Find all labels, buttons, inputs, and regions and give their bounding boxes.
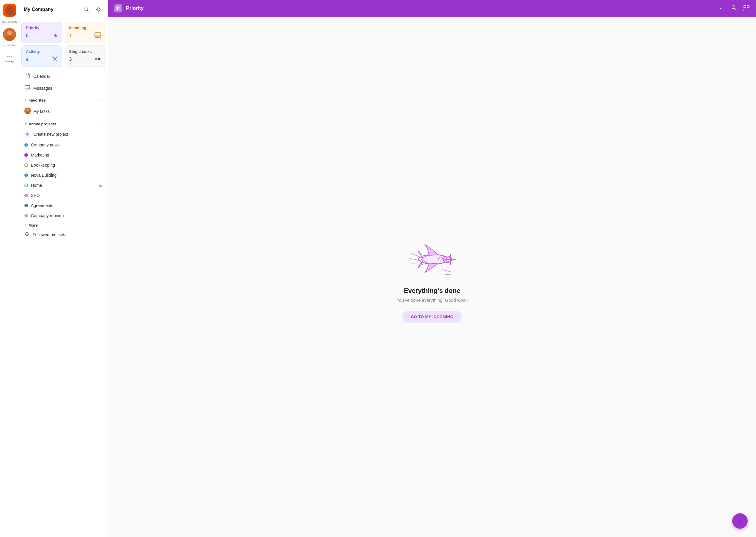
- active-projects-section-label: Active projects: [28, 122, 56, 126]
- svg-point-39: [438, 257, 442, 260]
- project-marketing[interactable]: Marketing: [22, 150, 106, 160]
- main-header-logo: P: [114, 4, 122, 13]
- single-tasks-dots-icon: [95, 56, 101, 62]
- svg-rect-26: [747, 6, 749, 8]
- main-sidebar: My Company Priority 0: [19, 0, 108, 537]
- priority-card-count: 0: [26, 33, 28, 38]
- search-button[interactable]: [82, 5, 91, 14]
- fab-plus-icon: +: [737, 516, 742, 526]
- single-tasks-card-label: Single tasks: [69, 49, 101, 54]
- single-tasks-card-count: 3: [69, 57, 72, 62]
- calendar-icon: [24, 73, 30, 80]
- manage-dots-icon: ⋯: [7, 53, 12, 60]
- marketing-dot: [24, 153, 28, 157]
- svg-point-3: [7, 31, 12, 35]
- more-section-header[interactable]: ▼ More: [22, 221, 106, 229]
- active-projects-title-group: ▼ Active projects: [24, 122, 56, 126]
- messages-nav-item[interactable]: Messages: [22, 82, 106, 94]
- incoming-inbox-icon: [95, 32, 101, 39]
- more-section-title-group: ▼ More: [24, 223, 38, 227]
- company-news-dot: [24, 143, 28, 147]
- svg-point-20: [26, 233, 28, 235]
- project-home[interactable]: Home 🔒: [22, 180, 106, 190]
- nozbe-label: My Nozbe: [3, 44, 16, 47]
- my-tasks-item[interactable]: My tasks: [22, 105, 106, 118]
- seo-label: SEO: [31, 193, 103, 198]
- activity-card-count: 4: [26, 57, 28, 62]
- sidebar-title: My Company: [24, 7, 54, 12]
- project-seo[interactable]: SEO: [22, 190, 106, 200]
- more-section-label: More: [28, 223, 38, 227]
- followed-projects-item[interactable]: Followed projects: [22, 229, 106, 241]
- company-name-label: My Company: [1, 20, 17, 23]
- priority-star-icon: ★: [53, 32, 58, 39]
- active-projects-section-header[interactable]: ▼ Active projects ···: [22, 118, 106, 129]
- company-reunion-dot: [24, 214, 28, 218]
- favorites-section-header[interactable]: ▼ Favorites ···: [22, 94, 106, 105]
- seo-dot: [24, 194, 28, 197]
- favorites-more-button[interactable]: ···: [95, 97, 103, 103]
- project-agreements[interactable]: Agreements: [22, 200, 106, 211]
- main-body: Everything's done You've done everything…: [108, 17, 756, 537]
- svg-line-24: [734, 8, 736, 10]
- single-tasks-card-footer: 3: [69, 56, 101, 62]
- project-nova-building[interactable]: Nova Building: [22, 170, 106, 180]
- sidebar-content: Priority 0 ★ Incoming 7: [19, 18, 108, 537]
- main-header: P Priority ···: [108, 0, 756, 17]
- svg-line-32: [444, 274, 453, 275]
- svg-text:🐾: 🐾: [6, 7, 13, 13]
- followed-projects-icon: [24, 231, 30, 238]
- followed-projects-label: Followed projects: [33, 232, 65, 237]
- create-project-plus-icon: +: [24, 131, 30, 137]
- svg-point-9: [54, 58, 56, 60]
- nova-building-dot: [24, 174, 28, 177]
- create-project-item[interactable]: + Create new project: [22, 129, 106, 140]
- svg-line-31: [442, 270, 451, 272]
- priority-card-footer: 0 ★: [26, 32, 58, 39]
- company-logo[interactable]: 🐾: [3, 4, 16, 17]
- favorites-section-label: Favorites: [28, 98, 46, 103]
- priority-card[interactable]: Priority 0 ★: [22, 22, 63, 43]
- project-company-reunion[interactable]: Company reunion: [22, 211, 106, 221]
- project-company-news[interactable]: Company news: [22, 140, 106, 150]
- incoming-card[interactable]: Incoming 7: [65, 22, 106, 43]
- main-content: P Priority ···: [108, 0, 756, 537]
- more-chevron-icon: ▼: [24, 224, 27, 227]
- active-projects-more-button[interactable]: ···: [95, 120, 103, 127]
- settings-button[interactable]: [94, 5, 103, 14]
- empty-state-subtitle: You've done everything. Good work!: [396, 298, 468, 303]
- view-toggle-icon[interactable]: [743, 5, 750, 12]
- project-bookkeeping[interactable]: Bookkeeping: [22, 160, 106, 170]
- svg-line-6: [87, 10, 88, 11]
- svg-point-7: [98, 9, 99, 10]
- messages-icon: [24, 85, 30, 92]
- go-to-incoming-button[interactable]: GO TO MY INCOMING: [402, 311, 462, 322]
- manage-item[interactable]: ⋯ Manage: [3, 52, 16, 64]
- fab-add-button[interactable]: +: [732, 513, 748, 529]
- incoming-card-label: Incoming: [69, 25, 101, 30]
- svg-rect-27: [744, 9, 746, 11]
- main-header-more-button[interactable]: ···: [716, 4, 725, 13]
- activity-card-label: Activity: [26, 49, 58, 54]
- svg-point-11: [98, 58, 101, 60]
- active-projects-chevron-icon: ▼: [24, 122, 27, 126]
- home-lock-icon: 🔒: [98, 184, 103, 187]
- activity-card[interactable]: Activity 4: [22, 45, 63, 67]
- favorites-section-title-group: ▼ Favorites: [24, 98, 46, 103]
- svg-rect-25: [744, 6, 746, 8]
- icon-sidebar: 🐾 My Company My Nozbe ⋯ Manage: [0, 0, 19, 537]
- empty-state-title: Everything's done: [404, 287, 460, 295]
- calendar-nav-item[interactable]: Calendar: [22, 70, 106, 82]
- svg-point-10: [95, 58, 98, 60]
- calendar-label: Calendar: [33, 74, 50, 79]
- main-header-search-button[interactable]: [729, 4, 739, 13]
- home-dot: [24, 184, 28, 187]
- cards-grid: Priority 0 ★ Incoming 7: [22, 22, 106, 67]
- nova-building-label: Nova Building: [31, 173, 103, 178]
- company-news-label: Company news: [31, 143, 103, 147]
- company-reunion-label: Company reunion: [31, 213, 103, 218]
- incoming-card-footer: 7: [69, 32, 101, 39]
- favorites-chevron-icon: ▼: [24, 99, 27, 102]
- user-avatar[interactable]: [3, 28, 16, 41]
- single-tasks-card[interactable]: Single tasks 3: [65, 45, 106, 67]
